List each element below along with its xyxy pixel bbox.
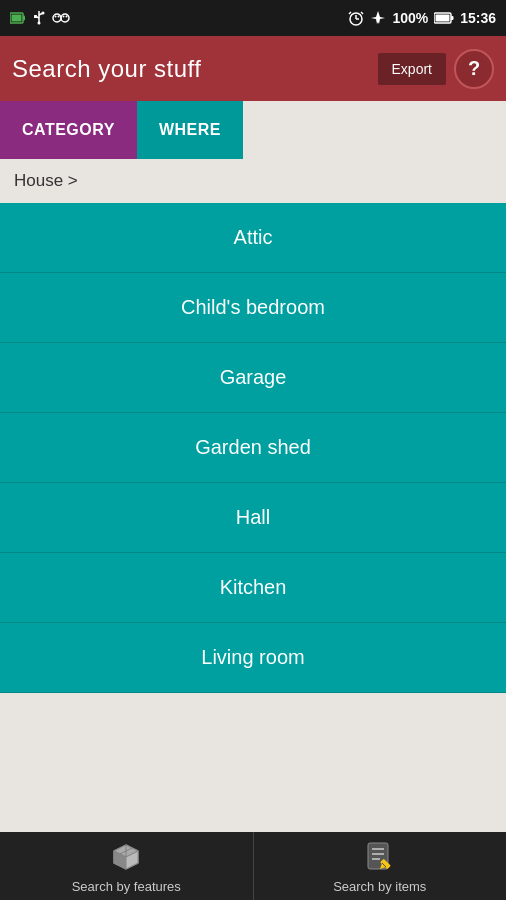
help-button[interactable]: ? — [454, 49, 494, 89]
bottom-navigation: Search by features Search by items — [0, 832, 506, 900]
svg-rect-21 — [436, 15, 450, 22]
list-item[interactable]: Garage — [0, 343, 506, 413]
battery-percent: 100% — [392, 10, 428, 26]
list-item[interactable]: Garden shed — [0, 413, 506, 483]
svg-line-19 — [361, 12, 363, 14]
features-label: Search by features — [72, 879, 181, 894]
status-bar: 100% 15:36 — [0, 0, 506, 36]
svg-rect-1 — [12, 15, 22, 22]
items-icon — [362, 839, 398, 875]
features-icon — [108, 839, 144, 875]
svg-point-10 — [61, 14, 69, 22]
battery-full-icon — [434, 12, 454, 24]
status-icons — [10, 10, 70, 26]
svg-point-6 — [42, 12, 45, 15]
alarm-icon — [348, 10, 364, 26]
export-button[interactable]: Export — [378, 53, 446, 85]
svg-point-8 — [38, 22, 41, 25]
svg-point-9 — [53, 14, 61, 22]
cube-icon — [110, 841, 142, 873]
usb-icon — [32, 10, 46, 26]
list-document-icon — [366, 841, 394, 873]
svg-rect-7 — [34, 15, 37, 18]
tab-category[interactable]: CATEGORY — [0, 101, 137, 159]
empty-space — [0, 693, 506, 832]
notification-icon — [52, 11, 70, 25]
svg-point-14 — [66, 16, 68, 18]
list-item[interactable]: Hall — [0, 483, 506, 553]
bottom-nav-items[interactable]: Search by items — [254, 832, 507, 900]
svg-point-12 — [58, 16, 60, 18]
status-right: 100% 15:36 — [348, 10, 496, 26]
time-display: 15:36 — [460, 10, 496, 26]
svg-point-11 — [55, 16, 57, 18]
tabs: CATEGORY WHERE — [0, 101, 506, 159]
tab-where[interactable]: WHERE — [137, 101, 243, 159]
items-label: Search by items — [333, 879, 426, 894]
airplane-icon — [370, 10, 386, 26]
bottom-nav-features[interactable]: Search by features — [0, 832, 254, 900]
location-list: AtticChild's bedroomGarageGarden shedHal… — [0, 203, 506, 693]
svg-line-18 — [349, 12, 351, 14]
breadcrumb[interactable]: House > — [0, 159, 506, 203]
battery-charging-icon — [10, 11, 26, 25]
list-item[interactable]: Kitchen — [0, 553, 506, 623]
list-item[interactable]: Living room — [0, 623, 506, 693]
app-title: Search your stuff — [12, 55, 201, 83]
header-actions: Export ? — [378, 49, 494, 89]
list-item[interactable]: Attic — [0, 203, 506, 273]
svg-point-13 — [63, 16, 65, 18]
svg-rect-22 — [451, 16, 454, 20]
app-header: Search your stuff Export ? — [0, 36, 506, 101]
svg-rect-2 — [23, 16, 25, 21]
list-item[interactable]: Child's bedroom — [0, 273, 506, 343]
